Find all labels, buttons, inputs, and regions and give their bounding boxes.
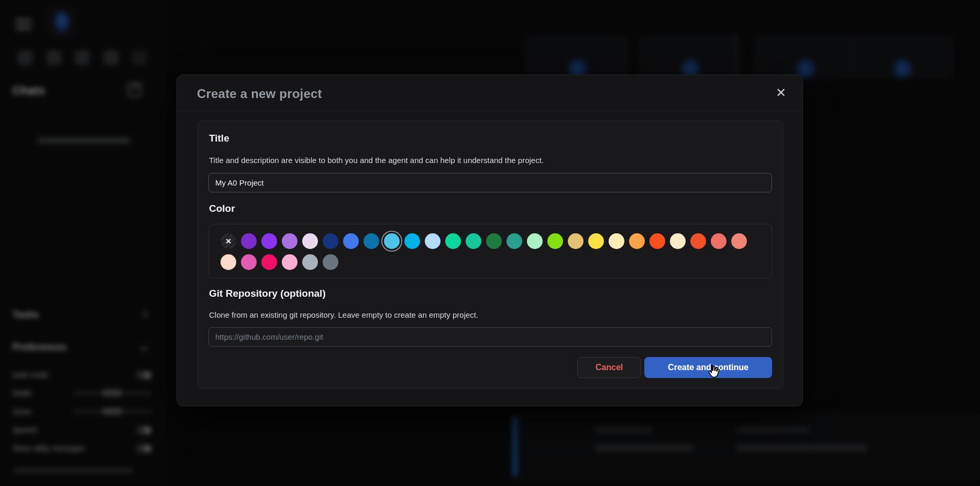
color-swatch-pink[interactable]: [241, 254, 257, 270]
title-description: Title and description are visible to bot…: [209, 156, 544, 165]
modal-buttons: Cancel Create and continue: [577, 357, 772, 378]
color-swatch-emerald[interactable]: [445, 233, 461, 249]
create-and-continue-button[interactable]: Create and continue: [644, 357, 772, 378]
color-swatch-sea-green[interactable]: [466, 233, 481, 249]
color-swatch-rose[interactable]: [261, 254, 277, 270]
color-swatch-none[interactable]: ✕: [221, 233, 236, 249]
color-picker-panel: ✕: [208, 224, 772, 278]
git-repo-input[interactable]: [208, 327, 772, 347]
color-swatch-pale-lilac[interactable]: [302, 233, 318, 249]
color-swatch-yellow[interactable]: [588, 233, 604, 249]
color-swatch-red[interactable]: [690, 233, 706, 249]
color-swatch-gray[interactable]: [302, 254, 318, 270]
project-form-panel: Title Title and description are visible …: [197, 121, 783, 388]
color-swatch-purple[interactable]: [241, 233, 257, 249]
header-divider: [177, 111, 802, 111]
project-title-input[interactable]: [208, 173, 772, 192]
color-swatch-pale-blue[interactable]: [425, 233, 441, 249]
color-swatch-teal[interactable]: [506, 233, 522, 249]
color-swatch-light-pink[interactable]: [282, 254, 298, 270]
color-swatch-peach[interactable]: [670, 233, 686, 249]
app-root: Chats Tasks Preferences Dark modeWidthZo…: [0, 0, 980, 486]
color-swatch-blush[interactable]: [221, 254, 236, 270]
color-swatch-forest[interactable]: [486, 233, 502, 249]
color-swatch-coral[interactable]: [731, 233, 747, 249]
color-swatch-violet[interactable]: [261, 233, 277, 249]
color-swatches: ✕: [221, 233, 760, 270]
modal-title: Create a new project: [197, 87, 322, 101]
color-swatch-orange[interactable]: [629, 233, 645, 249]
color-label: Color: [209, 203, 235, 214]
cancel-button[interactable]: Cancel: [577, 357, 641, 378]
title-label: Title: [209, 133, 229, 144]
color-swatch-ocean[interactable]: [364, 233, 379, 249]
color-swatch-lime[interactable]: [547, 233, 563, 249]
color-swatch-salmon[interactable]: [711, 233, 726, 249]
color-swatch-sand[interactable]: [568, 233, 583, 249]
color-swatch-sky[interactable]: [384, 233, 400, 249]
color-swatch-mint[interactable]: [527, 233, 543, 249]
color-swatch-navy[interactable]: [323, 233, 338, 249]
color-swatch-blue[interactable]: [343, 233, 359, 249]
git-repo-description: Clone from an existing git repository. L…: [209, 310, 478, 319]
color-swatch-slate[interactable]: [323, 254, 338, 270]
create-project-modal: Create a new project ✕ Title Title and d…: [177, 74, 803, 406]
color-swatch-vermilion[interactable]: [649, 233, 665, 249]
color-swatch-cyan[interactable]: [404, 233, 420, 249]
git-repo-label: Git Repository (optional): [209, 288, 326, 299]
color-swatch-cream[interactable]: [609, 233, 624, 249]
close-icon[interactable]: ✕: [771, 83, 791, 103]
color-swatch-lavender[interactable]: [282, 233, 298, 249]
